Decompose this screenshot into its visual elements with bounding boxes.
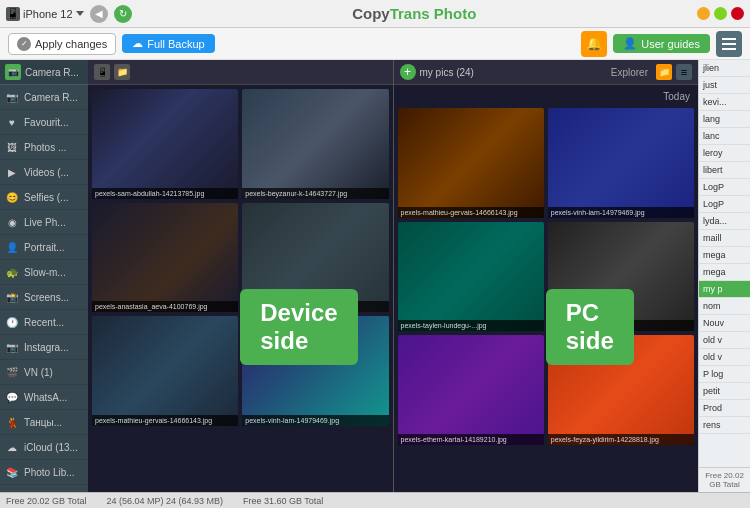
user-guides-label: User guides [641, 38, 700, 50]
pc-photo-grid: Today pexels-mathieu-gervais-14666143.jp… [394, 85, 699, 492]
right-sidebar-item-lyda[interactable]: lyda... [699, 213, 750, 230]
sidebar-item-photos[interactable]: 🖼 Photos ... [0, 135, 88, 160]
sidebar-item-icloud-label: iCloud (13... [24, 442, 83, 453]
device-photo-4[interactable]: pexels-alexander-mils-2098816.jpg [242, 203, 388, 313]
right-sidebar-item-oldv2[interactable]: old v [699, 349, 750, 366]
sidebar-item-selfies[interactable]: 😊 Selfies (... [0, 185, 88, 210]
right-sidebar-item-mega2[interactable]: mega [699, 264, 750, 281]
pc-photo-1[interactable]: pexels-mathieu-gervais-14666143.jpg [398, 108, 544, 218]
hamburger-line-1 [722, 38, 736, 40]
device-photo-3-label: pexels-anastasia_aeva-4100769.jpg [92, 301, 238, 312]
photos-icon: 🖼 [5, 140, 19, 154]
pc-photo-3[interactable]: pexels-taylen-lundegu-...jpg [398, 222, 544, 332]
device-photo-3[interactable]: pexels-anastasia_aeva-4100769.jpg [92, 203, 238, 313]
forward-button[interactable]: ↻ [114, 5, 132, 23]
sidebar: 📷 Camera R... 📷 Camera R... ♥ Favourit..… [0, 60, 88, 492]
right-sidebar-item-nouv[interactable]: Nouv [699, 315, 750, 332]
pc-photo-6[interactable]: pexels-feyza-yildirim-14228818.jpg [548, 335, 694, 445]
sidebar-item-vn[interactable]: 🎬 VN (1) [0, 360, 88, 385]
video-icon: ▶ [5, 165, 19, 179]
toolbar-left: ✓ Apply changes ☁ Full Backup [8, 33, 215, 55]
notification-button[interactable]: 🔔 [581, 31, 607, 57]
sidebar-item-recent-label: Recent... [24, 317, 83, 328]
pc-photo-5-label: pexels-ethem-kartal-14189210.jpg [398, 434, 544, 445]
explorer-folder-icon[interactable]: 📁 [656, 64, 672, 80]
full-backup-button[interactable]: ☁ Full Backup [122, 34, 214, 53]
explorer-label: Explorer [611, 67, 648, 78]
selfie-icon: 😊 [5, 190, 19, 204]
sidebar-item-dance-label: Танцы... [24, 417, 83, 428]
right-sidebar-item-prod[interactable]: Prod [699, 400, 750, 417]
view-toggle-button[interactable]: ≡ [676, 64, 692, 80]
pc-panel-wrapper: Today pexels-mathieu-gervais-14666143.jp… [394, 85, 699, 492]
right-sidebar-item-libert[interactable]: libert [699, 162, 750, 179]
back-button[interactable]: ◀ [90, 5, 108, 23]
device-selector[interactable]: 📱 iPhone 12 [6, 7, 84, 21]
apply-changes-button[interactable]: ✓ Apply changes [8, 33, 116, 55]
device-photo-1[interactable]: pexels-sam-abdullah-14213785.jpg [92, 89, 238, 199]
device-photo-6-label: pexels-vinh-lam-14979469.jpg [242, 415, 388, 426]
hamburger-line-2 [722, 43, 736, 45]
maximize-button[interactable] [714, 7, 727, 20]
right-sidebar-item-logp1[interactable]: LogP [699, 179, 750, 196]
menu-button[interactable] [716, 31, 742, 57]
sidebar-item-camera-label: Camera R... [24, 92, 83, 103]
right-sidebar-item-plog[interactable]: P log [699, 366, 750, 383]
hamburger-line-3 [722, 48, 736, 50]
dance-icon: 💃 [5, 415, 19, 429]
right-sidebar-item-oldv1[interactable]: old v [699, 332, 750, 349]
sidebar-item-live-label: Live Ph... [24, 217, 83, 228]
sidebar-item-icloud[interactable]: ☁ iCloud (13... [0, 435, 88, 460]
pc-photo-5[interactable]: pexels-ethem-kartal-14189210.jpg [398, 335, 544, 445]
right-sidebar-item-lang[interactable]: lang [699, 111, 750, 128]
right-sidebar-item-kevi[interactable]: kevi... [699, 94, 750, 111]
pc-photo-4[interactable]: 8360.jpg [548, 222, 694, 332]
device-photo-grid: pexels-sam-abdullah-14213785.jpg pexels-… [88, 85, 393, 492]
sidebar-item-recent[interactable]: 🕐 Recent... [0, 310, 88, 335]
right-sidebar-item-just[interactable]: just [699, 77, 750, 94]
sidebar-item-portrait[interactable]: 👤 Portrait... [0, 235, 88, 260]
right-sidebar-item-jlien[interactable]: jlien [699, 60, 750, 77]
device-photo-5[interactable]: pexels-mathieu-gervais-14666143.jpg [92, 316, 238, 426]
status-middle: 24 (56.04 MP) 24 (64.93 MB) [106, 496, 223, 506]
add-folder-button[interactable]: + [400, 64, 416, 80]
chevron-down-icon [76, 11, 84, 16]
device-header-icon: 📱 [94, 64, 110, 80]
sidebar-item-dance[interactable]: 💃 Танцы... [0, 410, 88, 435]
sidebar-item-screenshots[interactable]: 📸 Screens... [0, 285, 88, 310]
device-panel-header: 📱 📁 [88, 60, 393, 85]
sidebar-header: 📷 Camera R... [0, 60, 88, 85]
right-sidebar-item-nom[interactable]: nom [699, 298, 750, 315]
pc-photo-2[interactable]: pexels-vinh-lam-14979469.jpg [548, 108, 694, 218]
sidebar-item-mes[interactable]: 📁 mes de... [0, 485, 88, 492]
user-guides-button[interactable]: 👤 User guides [613, 34, 710, 53]
sidebar-item-whatsapp[interactable]: 💬 WhatsA... [0, 385, 88, 410]
right-sidebar-item-maill[interactable]: maill [699, 230, 750, 247]
close-button[interactable] [731, 7, 744, 20]
right-sidebar-item-lanc[interactable]: lanc [699, 128, 750, 145]
sidebar-item-photolibrary[interactable]: 📚 Photo Lib... [0, 460, 88, 485]
mes-folder-icon: 📁 [5, 490, 19, 492]
right-sidebar-item-rens[interactable]: rens [699, 417, 750, 434]
right-sidebar-item-petit[interactable]: petit [699, 383, 750, 400]
device-photo-2[interactable]: pexels-beyzanur-k-14643727.jpg [242, 89, 388, 199]
device-photo-6[interactable]: pexels-vinh-lam-14979469.jpg [242, 316, 388, 426]
sidebar-item-instagram[interactable]: 📷 Instagra... [0, 335, 88, 360]
sidebar-item-live[interactable]: ◉ Live Ph... [0, 210, 88, 235]
live-icon: ◉ [5, 215, 19, 229]
screenshot-icon: 📸 [5, 290, 19, 304]
sidebar-header-text: Camera R... [25, 67, 79, 78]
sidebar-item-slow[interactable]: 🐢 Slow-m... [0, 260, 88, 285]
sidebar-item-photolibrary-label: Photo Lib... [24, 467, 83, 478]
right-sidebar-item-mega1[interactable]: mega [699, 247, 750, 264]
minimize-button[interactable] [697, 7, 710, 20]
sidebar-item-slow-label: Slow-m... [24, 267, 83, 278]
right-sidebar-item-logp2[interactable]: LogP [699, 196, 750, 213]
sidebar-item-favourites[interactable]: ♥ Favourit... [0, 110, 88, 135]
device-photo-1-label: pexels-sam-abdullah-14213785.jpg [92, 188, 238, 199]
right-sidebar-item-leroy[interactable]: leroy [699, 145, 750, 162]
sidebar-item-camera[interactable]: 📷 Camera R... [0, 85, 88, 110]
status-left: Free 20.02 GB Total [6, 496, 86, 506]
right-sidebar-item-myp[interactable]: my p [699, 281, 750, 298]
sidebar-item-videos[interactable]: ▶ Videos (... [0, 160, 88, 185]
